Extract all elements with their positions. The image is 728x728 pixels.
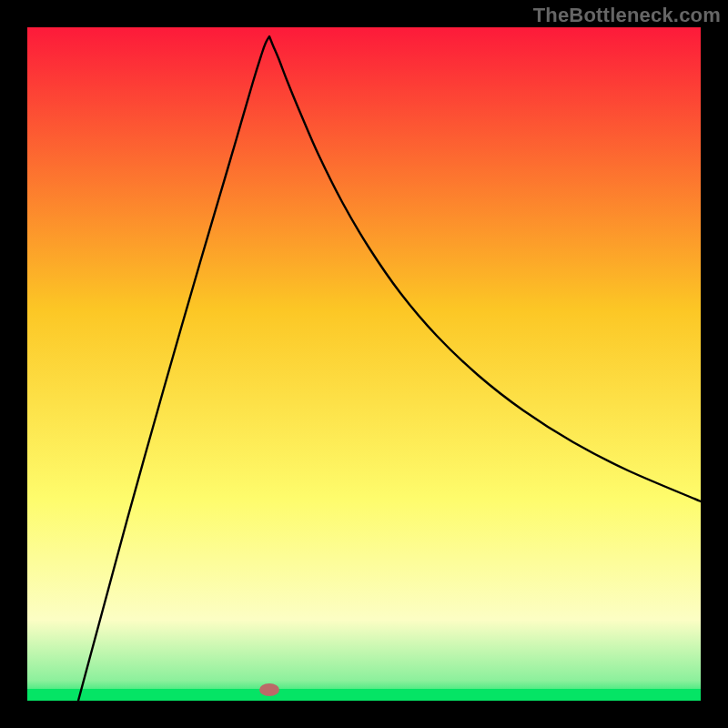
chart-svg [27, 27, 701, 701]
chart-frame: TheBottleneck.com [0, 0, 728, 728]
optimal-point-marker [259, 683, 279, 696]
gradient-background [27, 27, 701, 701]
watermark-label: TheBottleneck.com [533, 4, 721, 27]
plot-area [27, 27, 701, 701]
green-bottom-band [27, 689, 701, 701]
